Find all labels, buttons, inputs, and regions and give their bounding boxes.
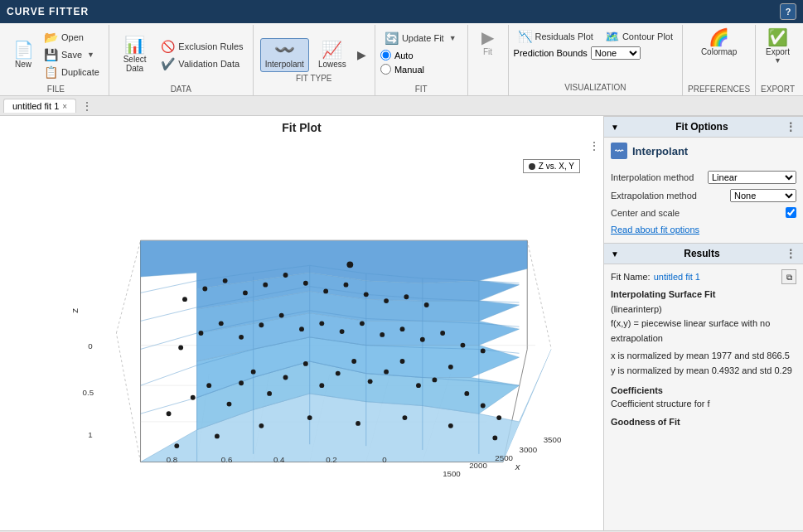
svg-point-61 — [223, 278, 228, 283]
interpolant-button[interactable]: 〰️ Interpolant — [260, 38, 309, 72]
y-norm-text: y is normalized by mean 0.4932 and std 0… — [611, 364, 796, 379]
extrapolation-method-label: Extrapolation method — [611, 191, 725, 201]
svg-point-63 — [263, 283, 268, 288]
svg-point-67 — [344, 283, 349, 288]
save-icon: 💾 — [44, 48, 58, 61]
extrapolation-method-row: Extrapolation method None Linear Nearest — [611, 189, 796, 202]
contour-icon: 🗺️ — [605, 30, 619, 43]
exclusion-icon: 🚫 — [161, 40, 175, 53]
x-norm-text: x is normalized by mean 1977 and std 866… — [611, 349, 796, 364]
svg-point-23 — [191, 395, 196, 400]
svg-point-55 — [420, 337, 425, 342]
fit-button[interactable]: ▶ Fit — [473, 27, 503, 59]
prediction-bounds-select[interactable]: None — [591, 46, 641, 60]
interpolant-icon: 〰️ — [274, 41, 295, 58]
fit-type-more-icon[interactable]: ▶ — [356, 48, 368, 61]
duplicate-button[interactable]: 📋 Duplicate — [40, 64, 104, 80]
manual-radio[interactable] — [380, 64, 391, 75]
fit-options-menu-button[interactable]: ⋮ — [785, 120, 796, 133]
colormap-button[interactable]: 🌈 Colormap — [688, 27, 750, 59]
svg-point-38 — [433, 377, 438, 382]
export-button[interactable]: ✅ Export ▼ — [761, 27, 795, 67]
svg-point-74 — [259, 423, 264, 428]
svg-point-39 — [448, 365, 453, 370]
svg-point-68 — [364, 292, 369, 297]
svg-point-66 — [323, 289, 328, 294]
fit-name-label: Fit Name: — [611, 270, 651, 284]
manual-radio-row: Manual — [380, 64, 462, 75]
open-icon: 📂 — [44, 31, 58, 44]
svg-text:x: x — [515, 461, 521, 472]
center-scale-row: Center and scale — [611, 207, 796, 218]
svg-text:1500: 1500 — [443, 469, 461, 478]
plot-menu-button[interactable]: ⋮ — [588, 139, 600, 152]
export-label: EXPORT — [761, 83, 795, 94]
tab-close-button[interactable]: × — [62, 102, 67, 111]
exclusion-rules-button[interactable]: 🚫 Exclusion Rules — [157, 38, 247, 55]
tab-menu-button[interactable]: ⋮ — [81, 99, 93, 113]
plot-area: Fit Plot ⋮ Z vs. X, Y z — [0, 116, 604, 530]
svg-point-36 — [400, 359, 405, 364]
fit-name-value: untitled fit 1 — [654, 270, 700, 284]
svg-point-75 — [307, 415, 312, 420]
fit-icon: ▶ — [481, 29, 494, 46]
fit-options-header: ▼ Fit Options ⋮ — [604, 116, 803, 138]
viz-label: VISUALIZATION — [514, 81, 677, 92]
plot-svg: z 0 0.5 1 — [28, 188, 575, 478]
svg-point-70 — [404, 294, 409, 299]
save-button[interactable]: 💾 Save ▼ — [40, 46, 104, 63]
svg-point-54 — [400, 326, 405, 331]
read-about-link[interactable]: Read about fit options — [611, 223, 796, 236]
export-arrow-icon[interactable]: ▼ — [772, 56, 783, 65]
export-section: ✅ Export ▼ EXPORT — [756, 25, 800, 95]
svg-point-64 — [283, 273, 288, 278]
legend-dot — [529, 163, 535, 170]
fit-formula: f(x,y) = piecewise linear surface with n… — [611, 317, 796, 346]
extrapolation-method-select[interactable]: None Linear Nearest — [730, 189, 796, 202]
center-scale-checkbox[interactable] — [786, 207, 796, 218]
svg-text:2500: 2500 — [495, 453, 513, 462]
svg-point-22 — [167, 411, 172, 416]
auto-radio[interactable] — [380, 50, 391, 60]
update-fit-arrow-icon[interactable]: ▼ — [447, 34, 458, 42]
svg-text:z: z — [69, 308, 80, 313]
svg-point-78 — [448, 423, 453, 428]
fit-name-row: Fit Name: untitled fit 1 ⧉ — [611, 269, 796, 284]
coefficients-label: Coefficients — [611, 384, 796, 398]
svg-point-79 — [492, 435, 497, 440]
interpolation-method-select[interactable]: Linear Nearest neighbor Natural Cubic Bi… — [708, 171, 796, 184]
svg-text:3500: 3500 — [544, 435, 562, 444]
select-data-button[interactable]: 📊 Select Data — [114, 34, 156, 75]
svg-point-25 — [227, 402, 232, 407]
main-content: Fit Plot ⋮ Z vs. X, Y z — [0, 116, 803, 530]
save-arrow-icon[interactable]: ▼ — [85, 51, 96, 59]
svg-text:0.8: 0.8 — [167, 455, 178, 464]
copy-fit-name-button[interactable]: ⧉ — [781, 269, 796, 284]
contour-plot-button[interactable]: 🗺️ Contour Plot — [601, 28, 677, 45]
validation-data-button[interactable]: ✔️ Validation Data — [157, 56, 247, 72]
auto-radio-row: Auto — [380, 50, 462, 60]
tab-label: untitled fit 1 — [12, 101, 59, 111]
new-button[interactable]: 📄 New — [8, 39, 38, 71]
svg-point-30 — [303, 361, 308, 366]
help-button[interactable]: ? — [780, 3, 796, 20]
plot-legend: Z vs. X, Y — [523, 159, 580, 173]
fit-options-body: Interpolation method Linear Nearest neig… — [604, 164, 803, 243]
residuals-plot-button[interactable]: 📉 Residuals Plot — [514, 28, 597, 45]
svg-point-33 — [351, 359, 356, 364]
fit-tab[interactable]: untitled fit 1 × — [3, 99, 76, 113]
svg-text:1: 1 — [88, 430, 92, 439]
svg-text:0.4: 0.4 — [273, 455, 285, 464]
svg-point-37 — [416, 383, 421, 388]
svg-text:0.2: 0.2 — [326, 455, 337, 464]
lowess-button[interactable]: 📈 Lowess — [312, 39, 352, 71]
data-stack: 🚫 Exclusion Rules ✔️ Validation Data — [157, 38, 247, 72]
update-fit-button[interactable]: 🔄 Update Fit ▼ — [380, 30, 462, 46]
fit-button-section: ▶ Fit — [468, 25, 509, 95]
interpolation-method-label: Interpolation method — [611, 172, 703, 182]
open-button[interactable]: 📂 Open — [40, 29, 104, 46]
plot-title: Fit Plot — [0, 116, 603, 136]
svg-point-50 — [319, 321, 324, 326]
plot-svg-container: ⋮ Z vs. X, Y z 0 — [0, 136, 603, 530]
results-menu-button[interactable]: ⋮ — [785, 247, 796, 260]
